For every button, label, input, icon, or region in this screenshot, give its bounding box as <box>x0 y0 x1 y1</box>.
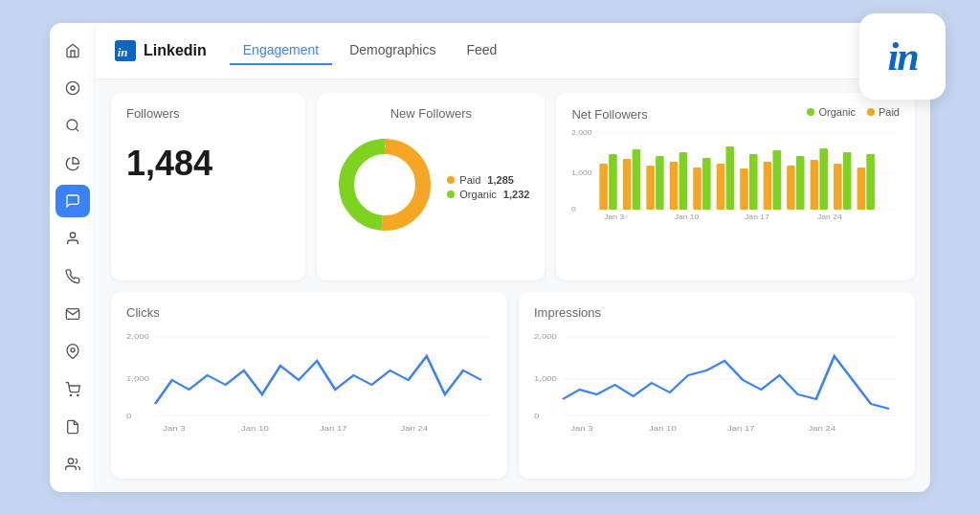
paid-label: Paid <box>459 174 480 186</box>
impressions-title: Impressions <box>534 305 900 320</box>
svg-rect-31 <box>726 146 735 210</box>
bottom-row: Clicks 2,000 1,000 0 Jan 3 Jan 10 Jan 17 <box>111 292 915 480</box>
linkedin-logo-icon: in <box>115 40 136 61</box>
svg-text:Jan 3: Jan 3 <box>570 424 593 432</box>
linkedin-badge-icon: in <box>887 34 917 79</box>
sidebar <box>50 23 96 492</box>
donut-chart <box>332 132 437 237</box>
top-row: Followers 1,484 New Followers <box>111 93 915 280</box>
paid-legend-label: Paid <box>879 106 900 118</box>
svg-rect-21 <box>610 154 618 210</box>
linkedin-badge: in <box>859 13 946 100</box>
paid-dot <box>447 176 455 184</box>
svg-text:Jan 17: Jan 17 <box>745 213 769 221</box>
svg-rect-38 <box>811 160 819 210</box>
svg-text:Jan 10: Jan 10 <box>649 424 677 432</box>
svg-text:0: 0 <box>534 412 540 419</box>
svg-point-8 <box>68 459 73 463</box>
brand: in Linkedin <box>115 40 207 61</box>
svg-line-3 <box>76 128 78 131</box>
svg-text:2,000: 2,000 <box>534 332 557 340</box>
svg-rect-26 <box>670 162 679 210</box>
people-icon[interactable] <box>56 223 90 255</box>
svg-text:2,000: 2,000 <box>126 332 149 340</box>
svg-rect-24 <box>647 166 656 210</box>
message-icon[interactable] <box>56 185 90 216</box>
palette-icon[interactable] <box>56 72 90 103</box>
organic-legend-circle <box>807 108 814 116</box>
net-followers-card: Net Followers Organic Paid <box>556 93 915 280</box>
svg-rect-36 <box>788 166 796 210</box>
home-icon[interactable] <box>56 34 90 66</box>
tab-demographics[interactable]: Demographics <box>336 36 449 65</box>
svg-text:0: 0 <box>571 206 576 213</box>
organic-dot <box>447 190 455 198</box>
organic-value: 1,232 <box>503 189 530 200</box>
svg-point-0 <box>66 81 78 94</box>
impressions-card: Impressions 2,000 1,000 0 Jan 3 Jan 10 J… <box>519 292 915 480</box>
organic-legend-label: Organic <box>818 106 856 118</box>
clicks-chart-svg: 2,000 1,000 0 Jan 3 Jan 10 Jan 17 Jan 24 <box>126 327 492 442</box>
svg-point-1 <box>71 86 75 90</box>
svg-rect-20 <box>600 164 609 210</box>
svg-rect-32 <box>741 168 749 210</box>
donut-wrapper: Paid 1,285 Organic 1,232 <box>332 128 529 241</box>
paid-bar-legend: Paid <box>867 106 900 118</box>
svg-text:Jan 17: Jan 17 <box>727 424 755 432</box>
team-icon[interactable] <box>56 449 90 481</box>
new-followers-card: New Followers <box>317 93 545 280</box>
document-icon[interactable] <box>56 411 90 442</box>
svg-rect-33 <box>749 154 758 210</box>
main-content: in Linkedin Engagement Demographics Feed… <box>96 23 930 492</box>
mail-icon[interactable] <box>56 298 90 329</box>
svg-text:Jan 3: Jan 3 <box>605 213 625 221</box>
new-followers-title: New Followers <box>390 106 472 121</box>
clicks-title: Clicks <box>126 305 492 320</box>
cart-icon[interactable] <box>56 373 90 405</box>
svg-rect-30 <box>717 164 725 210</box>
tab-engagement[interactable]: Engagement <box>230 36 332 65</box>
svg-text:0: 0 <box>126 412 132 419</box>
brand-name: Linkedin <box>144 42 207 59</box>
net-followers-legend: Organic Paid <box>807 106 900 118</box>
svg-text:Jan 10: Jan 10 <box>675 213 700 221</box>
svg-rect-41 <box>843 152 852 210</box>
svg-text:1,000: 1,000 <box>126 374 149 382</box>
followers-card-title: Followers <box>126 106 290 121</box>
svg-rect-42 <box>858 168 866 210</box>
svg-text:Jan 17: Jan 17 <box>320 424 347 432</box>
donut-legend: Paid 1,285 Organic 1,232 <box>447 174 529 200</box>
paid-legend-item: Paid 1,285 <box>447 174 514 186</box>
svg-rect-27 <box>679 152 688 210</box>
svg-rect-34 <box>764 162 772 210</box>
svg-rect-39 <box>820 148 829 210</box>
svg-text:Jan 10: Jan 10 <box>241 424 269 432</box>
svg-point-7 <box>78 394 78 395</box>
organic-legend: Organic <box>807 106 856 118</box>
svg-text:1,000: 1,000 <box>534 374 557 382</box>
tab-feed[interactable]: Feed <box>453 36 510 65</box>
clicks-card: Clicks 2,000 1,000 0 Jan 3 Jan 10 Jan 17 <box>111 292 507 480</box>
organic-legend-item: Organic 1,232 <box>447 189 529 200</box>
search-icon[interactable] <box>56 110 90 142</box>
svg-rect-22 <box>623 159 632 210</box>
svg-text:in: in <box>118 46 128 59</box>
followers-value: 1,484 <box>126 144 290 184</box>
svg-text:Jan 24: Jan 24 <box>817 213 842 221</box>
svg-text:Jan 24: Jan 24 <box>809 424 836 432</box>
svg-rect-37 <box>796 156 805 210</box>
paid-value: 1,285 <box>487 174 514 186</box>
svg-point-6 <box>70 394 71 395</box>
location-icon[interactable] <box>56 336 90 368</box>
svg-rect-29 <box>702 158 711 210</box>
svg-point-2 <box>67 120 78 130</box>
tabs: Engagement Demographics Feed <box>230 36 511 65</box>
svg-rect-23 <box>633 149 641 210</box>
chart-icon[interactable] <box>56 147 90 179</box>
svg-rect-40 <box>834 164 842 210</box>
svg-text:Jan 24: Jan 24 <box>401 424 429 432</box>
paid-legend-circle <box>867 108 875 116</box>
phone-icon[interactable] <box>56 260 90 292</box>
svg-point-4 <box>70 233 75 237</box>
svg-text:Jan 3: Jan 3 <box>163 424 186 432</box>
